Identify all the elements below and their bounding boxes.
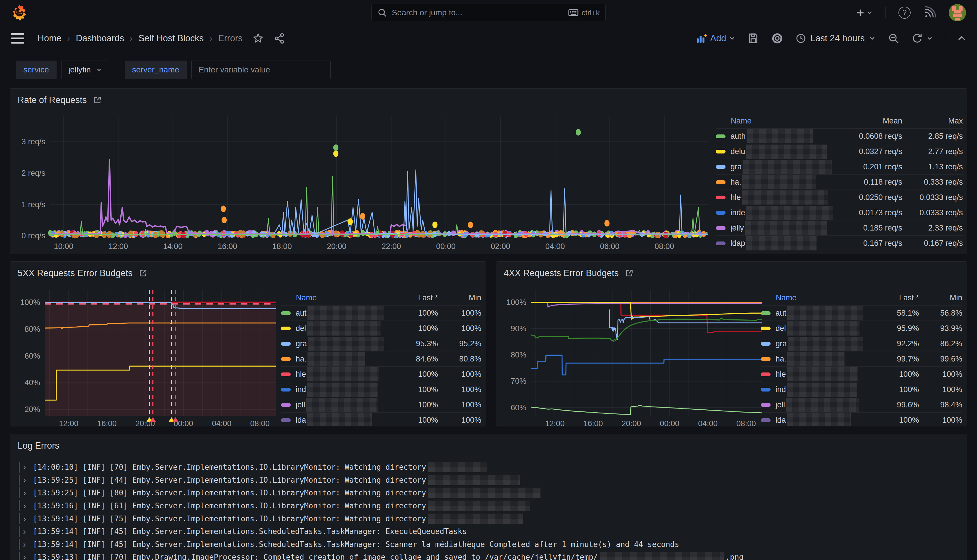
breadcrumb-dashboards[interactable]: Dashboards [76,33,124,43]
series-name[interactable]: hle [730,190,833,205]
variable-service-select[interactable]: jellyfin [61,61,109,79]
series-name[interactable]: ind [296,383,389,397]
legend-row[interactable]: ind 100% 100% [281,382,481,397]
legend-row[interactable]: hle 100% 100% [281,367,481,382]
external-link-icon[interactable] [625,268,634,278]
timeseries-chart[interactable]: 0 req/s1 req/s2 req/s3 req/s10:0012:0014… [16,112,711,250]
legend-col-2[interactable]: Last * [870,293,919,302]
legend-col-name[interactable]: Name [761,293,870,302]
avatar[interactable] [949,4,966,22]
legend-row[interactable]: lda 100% 100% [281,412,481,427]
zoom-out-button[interactable] [888,33,899,44]
legend-row[interactable]: delu 0.0327 req/s 2.77 req/s [716,144,963,159]
series-name[interactable]: hle [296,367,389,382]
series-name[interactable]: ha. [775,352,870,366]
legend-col-2[interactable]: Last * [389,293,438,302]
timeseries-chart[interactable]: 60%70%80%90%100%12:0016:0020:0000:0004:0… [502,285,763,426]
series-name[interactable]: jell [296,398,389,412]
legend-col-3[interactable]: Min [919,293,962,302]
settings-gear-icon[interactable] [771,32,783,45]
breadcrumb-home[interactable]: Home [38,33,62,43]
series-name[interactable]: gra [775,337,870,351]
external-link-icon[interactable] [93,95,102,105]
news-icon[interactable] [923,7,936,19]
share-icon[interactable] [274,33,285,44]
legend-row[interactable]: ha. 0.118 req/s 0.333 req/s [716,174,963,190]
help-icon[interactable]: ? [899,7,910,19]
expand-chevron-icon[interactable]: › [23,462,33,472]
series-name[interactable]: inde [730,206,833,220]
series-name[interactable]: auth [730,129,833,143]
add-button[interactable]: Add [696,33,735,44]
legend-row[interactable]: aut 100% 100% [281,305,481,320]
variable-server-name-input[interactable]: Enter variable value [191,61,331,79]
collapse-toolbar-icon[interactable] [957,34,966,43]
series-name[interactable]: ldap [730,236,833,250]
legend-row[interactable]: ha. 99.7% 99.6% [761,351,962,367]
log-line[interactable]: › [13:59:14] [INF] [45] Emby.Server.Impl… [19,538,961,551]
menu-icon[interactable] [11,33,24,43]
expand-chevron-icon[interactable]: › [23,475,33,485]
expand-chevron-icon[interactable]: › [23,488,33,498]
series-name[interactable]: lda [296,413,389,427]
series-name[interactable]: ha. [296,352,389,366]
log-line[interactable]: › [13:59:16] [INF] [61] Emby.Server.Impl… [19,499,961,512]
series-name[interactable]: del [775,322,870,335]
legend-row[interactable]: jell 100% 100% [281,397,481,412]
series-name[interactable]: aut [775,306,870,320]
expand-chevron-icon[interactable]: › [23,552,33,560]
legend-row[interactable]: gra 92.2% 86.2% [761,336,962,351]
series-name[interactable]: del [296,322,389,335]
save-button[interactable] [748,33,759,44]
legend-row[interactable]: lda 100% 100% [761,412,962,427]
series-name[interactable]: delu [730,145,833,159]
legend-row[interactable]: hle 0.0250 req/s 0.0333 req/s [716,190,963,205]
breadcrumb-folder[interactable]: Self Host Blocks [139,33,204,43]
legend-row[interactable]: hle 100% 100% [761,367,962,382]
time-range-picker[interactable]: Last 24 hours [795,33,876,44]
legend-col-name[interactable]: Name [281,293,389,302]
panel-title-text[interactable]: Log Errors [18,440,60,451]
series-name[interactable]: lda [775,413,870,427]
log-line[interactable]: › [14:00:10] [INF] [70] Emby.Server.Impl… [19,461,961,474]
log-line[interactable]: › [13:59:14] [INF] [75] Emby.Server.Impl… [19,512,961,525]
panel-title-text[interactable]: Rate of Requests [18,95,87,105]
series-name[interactable]: ind [775,383,870,397]
legend-row[interactable]: del 100% 100% [281,320,481,336]
legend-row[interactable]: jelly 0.185 req/s 2.33 req/s [716,220,963,235]
legend-col-3[interactable]: Min [438,293,481,302]
expand-chevron-icon[interactable]: › [23,514,33,523]
legend-col-2[interactable]: Mean [833,117,902,125]
series-name[interactable]: hle [775,367,870,382]
legend-row[interactable]: ha. 84.6% 80.8% [281,351,481,367]
legend-col-name[interactable]: Name [716,117,833,125]
expand-chevron-icon[interactable]: › [23,527,33,536]
external-link-icon[interactable] [138,268,147,278]
legend-row[interactable]: gra 95.3% 95.2% [281,336,481,351]
log-line[interactable]: › [13:59:13] [INF] [70] Emby.Drawing.Ima… [19,551,961,560]
timeseries-chart[interactable]: 20%40%60%80%100%12:0016:0020:0000:0004:0… [16,285,277,426]
legend-row[interactable]: ldap 0.167 req/s 0.167 req/s [716,235,963,251]
log-line[interactable]: › [13:59:25] [INF] [44] Emby.Server.Impl… [19,474,961,487]
legend-row[interactable]: aut 58.1% 56.8% [761,305,962,320]
search-input[interactable]: Search or jump to... ctrl+k [371,4,606,22]
log-line[interactable]: › [13:59:14] [INF] [45] Emby.Server.Impl… [19,525,961,538]
panel-title-text[interactable]: 5XX Requests Error Budgets [18,268,132,278]
legend-row[interactable]: gra 0.201 req/s 1.13 req/s [716,159,963,174]
favorite-star-icon[interactable] [252,33,264,44]
series-name[interactable]: aut [296,306,389,320]
legend-row[interactable]: del 95.9% 93.9% [761,320,962,336]
grafana-logo[interactable] [11,4,28,22]
legend-row[interactable]: jell 99.6% 98.4% [761,397,962,412]
new-button[interactable]: + [856,6,873,19]
log-line[interactable]: › [13:59:25] [INF] [80] Emby.Server.Impl… [19,487,961,499]
refresh-button[interactable] [912,33,933,44]
series-name[interactable]: gra [730,160,833,174]
series-name[interactable]: gra [296,337,389,351]
legend-col-3[interactable]: Max [902,117,963,125]
expand-chevron-icon[interactable]: › [23,501,33,511]
panel-title-text[interactable]: 4XX Requests Error Budgets [504,268,619,278]
series-name[interactable]: ha. [730,175,833,189]
legend-row[interactable]: inde 0.0173 req/s 0.0333 req/s [716,205,963,220]
series-name[interactable]: jelly [730,221,833,235]
